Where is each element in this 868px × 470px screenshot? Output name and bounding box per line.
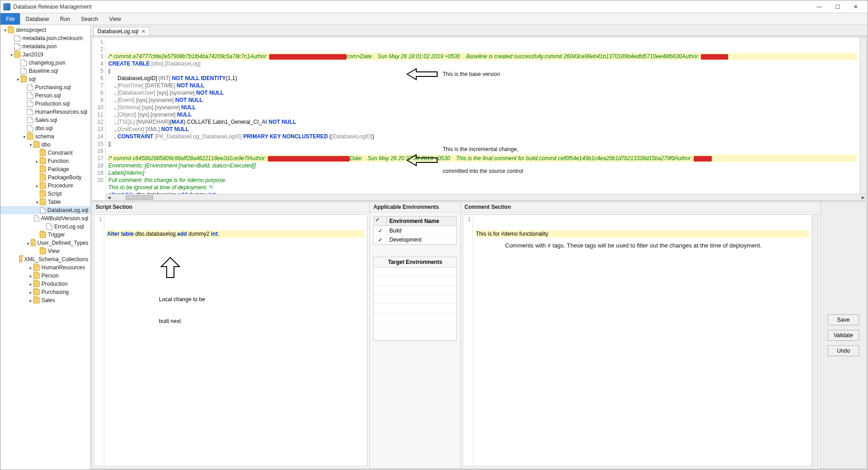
editor-hscroll[interactable]: ◀▶: [106, 194, 866, 200]
tree-twisty-icon[interactable]: ▾: [34, 200, 40, 205]
code-line[interactable]: , [XmlEvent] [XML] NOT NULL: [108, 126, 857, 133]
script-code[interactable]: Alter table dbo.databaselog add dummy2 i…: [104, 215, 367, 466]
tab-close-icon[interactable]: ✕: [141, 28, 146, 35]
comment-editor[interactable]: 1 This is for #demo functionality Commen…: [463, 214, 818, 466]
tree-item-user-defined-types[interactable]: ▸User_Defined_Types: [0, 239, 90, 247]
target-env-row[interactable]: [374, 304, 456, 313]
code-line[interactable]: , [DatabaseUser] [sys].[sysname] NOT NUL…: [108, 89, 857, 96]
tree-item-production-sql[interactable]: Production.sql: [0, 100, 90, 108]
code-line[interactable]: , [Event] [sys].[sysname] NOT NULL: [108, 96, 857, 104]
tree-twisty-icon[interactable]: ▾: [2, 28, 8, 33]
tree-item-metadata-json[interactable]: metadata.json: [0, 42, 90, 51]
code-editor[interactable]: 1234567891011121314151617181920 /* commi…: [92, 37, 867, 201]
tree-item-packagebody[interactable]: PackageBody: [0, 173, 90, 182]
code-line[interactable]: );: [108, 140, 857, 147]
tree-twisty-icon[interactable]: ▸: [28, 273, 33, 278]
env-checkbox[interactable]: ✓: [374, 237, 387, 243]
tree-item-procedure[interactable]: ▸Procedure: [0, 182, 90, 190]
undo-button[interactable]: Undo: [827, 345, 859, 356]
tree-item-sql[interactable]: ▾sql: [0, 75, 90, 83]
target-env-row[interactable]: [374, 322, 456, 331]
code-line[interactable]: This to be ignored at time of deployment…: [108, 184, 857, 191]
comment-vscroll[interactable]: [812, 215, 818, 466]
tree-twisty-icon[interactable]: ▸: [34, 183, 40, 188]
tree-item-constraint[interactable]: Constraint: [0, 149, 90, 157]
menu-search[interactable]: Search: [76, 13, 104, 25]
tree-item-trigger[interactable]: Trigger: [0, 231, 90, 239]
tree-item-person-sql[interactable]: Person.sql: [0, 91, 90, 100]
tree-twisty-icon[interactable]: ▾: [21, 134, 27, 139]
close-button[interactable]: ✕: [847, 1, 865, 12]
code-line[interactable]: /* commit a74777cfde2e57908b7b1fb4ba7420…: [108, 53, 857, 60]
code-line[interactable]: Environments: [Environment [name=Build, …: [108, 162, 857, 169]
tree-twisty-icon[interactable]: ▸: [26, 241, 31, 246]
code-line[interactable]: DatabaseLogID] [INT] NOT NULL IDENTITY(1…: [108, 75, 857, 82]
tree-item-table[interactable]: ▾Table: [0, 198, 90, 206]
target-env-row[interactable]: [374, 331, 456, 340]
env-checkbox[interactable]: ✓: [374, 227, 387, 234]
tree-item-sales[interactable]: ▸Sales: [0, 296, 90, 304]
tree-sidebar[interactable]: ▾demoprojectmetadata.json.checksummetada…: [0, 25, 91, 470]
tree-item-dbo-sql[interactable]: dbo.sql: [0, 124, 90, 132]
tree-item-demoproject[interactable]: ▾demoproject: [0, 26, 90, 34]
target-env-row[interactable]: [374, 268, 456, 277]
tree-item-humanresources[interactable]: ▸HumanResources: [0, 263, 90, 272]
code-line[interactable]: Full comment: this change is for #demo p…: [108, 177, 857, 184]
code-area[interactable]: /* commit a74777cfde2e57908b7b1fb4ba7420…: [106, 37, 860, 200]
target-env-row[interactable]: [374, 313, 456, 322]
tree-twisty-icon[interactable]: ▸: [28, 290, 33, 295]
code-line[interactable]: , [TSQL] [NVARCHAR](MAX) COLLATE Latin1_…: [108, 118, 857, 126]
tree-item-awbuildversion-sql[interactable]: AWBuildVersion.sql: [0, 214, 90, 222]
tree-twisty-icon[interactable]: ▾: [15, 77, 20, 82]
target-env-row[interactable]: [374, 286, 456, 295]
script-editor[interactable]: 1 Alter table dbo.databaselog add dummy2…: [94, 214, 368, 466]
tree-item-errorlog-sql[interactable]: ErrorLog.sql: [0, 222, 90, 231]
validate-button[interactable]: Validate: [827, 330, 859, 341]
code-line[interactable]: Labels[#demo]: [108, 169, 857, 177]
menu-database[interactable]: Database: [20, 13, 54, 25]
env-row[interactable]: ✓Development: [374, 235, 456, 244]
tree-item-purchasing-sql[interactable]: Purchasing.sql: [0, 83, 90, 91]
tree-item-package[interactable]: Package: [0, 165, 90, 173]
comment-code[interactable]: This is for #demo functionality Comments…: [473, 215, 812, 466]
menu-file[interactable]: File: [0, 13, 20, 25]
tree-item-purchasing[interactable]: ▸Purchasing: [0, 288, 90, 296]
code-line[interactable]: , CONSTRAINT [PK_DatabaseLog_DatabaseLog…: [108, 133, 857, 140]
code-line[interactable]: (: [108, 67, 857, 75]
tree-twisty-icon[interactable]: ▾: [28, 142, 33, 147]
tree-item-sales-sql[interactable]: Sales.sql: [0, 116, 90, 124]
tree-twisty-icon[interactable]: ▸: [28, 282, 33, 287]
target-env-row[interactable]: [374, 277, 456, 286]
code-line[interactable]: /* commit c6458b2085809c99aff28a4622118e…: [108, 155, 857, 162]
tree-item-person[interactable]: ▸Person: [0, 272, 90, 280]
tree-item-dbo[interactable]: ▾dbo: [0, 141, 90, 149]
tree-item-script[interactable]: Script: [0, 190, 90, 198]
tree-item-humanresources-sql[interactable]: HumanResources.sql: [0, 108, 90, 116]
tree-twisty-icon[interactable]: ▸: [34, 159, 40, 164]
editor-vscroll[interactable]: [860, 37, 866, 200]
tree-item-metadata-json-checksum[interactable]: metadata.json.checksum: [0, 34, 90, 42]
save-button[interactable]: Save: [827, 314, 859, 325]
tree-item-databaselog-sql[interactable]: DatabaseLog.sql: [0, 206, 90, 214]
tree-twisty-icon[interactable]: ▸: [28, 298, 33, 303]
code-line[interactable]: , [Schema] [sys].[sysname] NULL: [108, 104, 857, 111]
menu-run[interactable]: Run: [55, 13, 76, 25]
tree-twisty-icon[interactable]: ▸: [28, 265, 33, 270]
tree-item-view[interactable]: View: [0, 247, 90, 255]
tree-item-xml-schema-collections[interactable]: XML_Schema_Collections: [0, 255, 90, 263]
tree-twisty-icon[interactable]: ▾: [9, 52, 14, 57]
tab-databaselog[interactable]: DatabaseLog.sql ✕: [93, 27, 150, 35]
env-row[interactable]: ✓Build: [374, 226, 456, 235]
tree-item-function[interactable]: ▸Function: [0, 157, 90, 165]
minimize-button[interactable]: —: [810, 1, 828, 12]
code-line[interactable]: , [PostTime] [DATETIME] NOT NULL: [108, 82, 857, 89]
tree-item-schema[interactable]: ▾schema: [0, 132, 90, 141]
target-env-row[interactable]: [374, 295, 456, 304]
maximize-button[interactable]: ☐: [828, 1, 847, 12]
tree-item-production[interactable]: ▸Production: [0, 280, 90, 288]
code-line[interactable]: [108, 147, 857, 155]
env-check-header[interactable]: ✓: [374, 217, 387, 226]
code-line[interactable]: CREATE TABLE [dbo].[DatabaseLog]: [108, 60, 857, 67]
tree-item-changelog-json[interactable]: changelog.json: [0, 59, 90, 67]
tree-item-baseline-sql[interactable]: Baseline.sql: [0, 67, 90, 75]
